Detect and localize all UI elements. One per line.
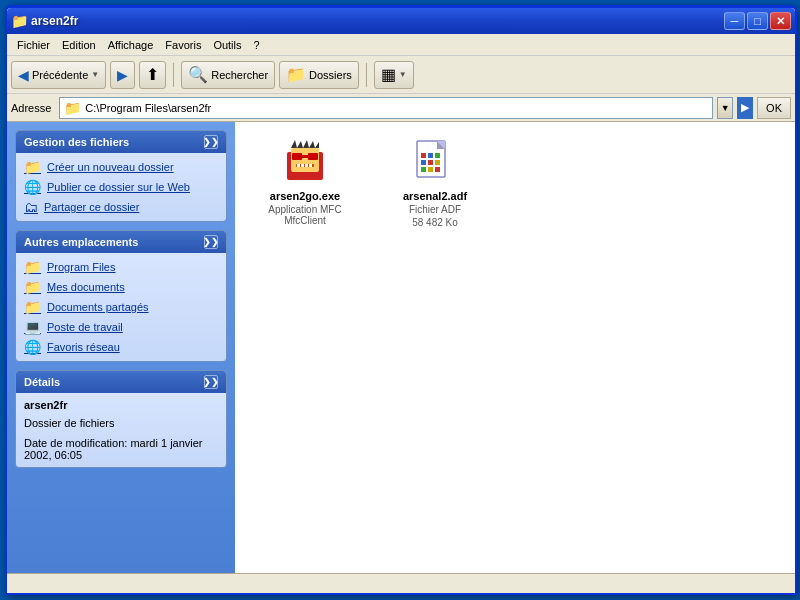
- file-area: arsen2go.exe Application MFC MfcClient: [235, 122, 795, 573]
- svg-marker-14: [315, 142, 319, 148]
- details-date: Date de modification: mardi 1 janvier 20…: [24, 437, 218, 461]
- address-input[interactable]: [85, 102, 708, 114]
- address-folder-icon: 📁: [64, 100, 81, 116]
- arsenal2-filename: arsenal2.adf: [403, 190, 467, 202]
- svg-marker-10: [291, 140, 297, 148]
- autres-title: Autres emplacements: [24, 236, 138, 248]
- svg-rect-21: [421, 160, 426, 165]
- menu-outils[interactable]: Outils: [207, 37, 247, 53]
- svg-rect-4: [302, 155, 308, 158]
- mes-documents-label: Mes documents: [47, 281, 125, 293]
- arsenal2-icon: [411, 138, 459, 186]
- documents-partages-icon: 📁: [24, 299, 41, 315]
- gestion-collapse-button[interactable]: ❯❯: [204, 135, 218, 149]
- address-go-button[interactable]: ▶: [737, 97, 753, 119]
- window-title: arsen2fr: [31, 14, 720, 28]
- menu-fichier[interactable]: Fichier: [11, 37, 56, 53]
- toolbar-separator-1: [173, 63, 174, 87]
- autres-body: 📁 Program Files 📁 Mes documents 📁 Docume…: [16, 253, 226, 361]
- publish-web-icon: 🌐: [24, 179, 41, 195]
- details-title: Détails: [24, 376, 60, 388]
- poste-travail-link[interactable]: 💻 Poste de travail: [24, 319, 218, 335]
- search-icon: 🔍: [188, 65, 208, 84]
- forward-button[interactable]: ▶: [110, 61, 135, 89]
- svg-rect-20: [435, 153, 440, 158]
- gestion-body: 📁 Créer un nouveau dossier 🌐 Publier ce …: [16, 153, 226, 221]
- svg-rect-26: [435, 167, 440, 172]
- address-dropdown[interactable]: ▼: [717, 97, 733, 119]
- file-item-arsenal2[interactable]: arsenal2.adf Fichier ADF 58 482 Ko: [375, 132, 495, 234]
- autres-collapse-button[interactable]: ❯❯: [204, 235, 218, 249]
- toolbar-separator-2: [366, 63, 367, 87]
- svg-marker-12: [303, 140, 309, 148]
- share-folder-link[interactable]: 🗂 Partager ce dossier: [24, 199, 218, 215]
- minimize-button[interactable]: ─: [724, 12, 745, 30]
- details-section: Détails ❯❯ arsen2fr Dossier de fichiers …: [15, 370, 227, 468]
- arsenal2-description: Fichier ADF: [409, 204, 461, 215]
- autres-section: Autres emplacements ❯❯ 📁 Program Files 📁…: [15, 230, 227, 362]
- maximize-button[interactable]: □: [747, 12, 768, 30]
- search-button[interactable]: 🔍 Rechercher: [181, 61, 275, 89]
- details-collapse-button[interactable]: ❯❯: [204, 375, 218, 389]
- gestion-header: Gestion des fichiers ❯❯: [16, 131, 226, 153]
- gestion-section: Gestion des fichiers ❯❯ 📁 Créer un nouve…: [15, 130, 227, 222]
- details-name: arsen2fr: [24, 399, 218, 411]
- search-label: Rechercher: [211, 69, 268, 81]
- publish-web-label: Publier ce dossier sur le Web: [47, 181, 190, 193]
- svg-marker-11: [297, 141, 303, 148]
- main-window: 📁 arsen2fr ─ □ ✕ Fichier Edition Afficha…: [5, 5, 797, 595]
- arsen2go-icon: [281, 138, 329, 186]
- arsen2go-description: Application MFC MfcClient: [251, 204, 359, 226]
- svg-rect-7: [301, 164, 304, 167]
- toolbar: ◀ Précédente ▼ ▶ ⬆ 🔍 Rechercher 📁 Dossie…: [7, 56, 795, 94]
- svg-rect-24: [421, 167, 426, 172]
- menu-favoris[interactable]: Favoris: [159, 37, 207, 53]
- svg-marker-13: [309, 141, 315, 148]
- create-folder-label: Créer un nouveau dossier: [47, 161, 174, 173]
- svg-rect-6: [297, 164, 300, 167]
- forward-arrow-icon: ▶: [117, 67, 128, 83]
- menu-affichage[interactable]: Affichage: [102, 37, 160, 53]
- publish-web-link[interactable]: 🌐 Publier ce dossier sur le Web: [24, 179, 218, 195]
- main-content: Gestion des fichiers ❯❯ 📁 Créer un nouve…: [7, 122, 795, 573]
- program-files-link[interactable]: 📁 Program Files: [24, 259, 218, 275]
- folders-button[interactable]: 📁 Dossiers: [279, 61, 359, 89]
- window-icon: 📁: [11, 13, 27, 29]
- address-ok-button[interactable]: OK: [757, 97, 791, 119]
- share-folder-icon: 🗂: [24, 199, 38, 215]
- favoris-reseau-link[interactable]: 🌐 Favoris réseau: [24, 339, 218, 355]
- documents-partages-link[interactable]: 📁 Documents partagés: [24, 299, 218, 315]
- view-dropdown-icon: ▼: [399, 70, 407, 79]
- close-button[interactable]: ✕: [770, 12, 791, 30]
- menu-aide[interactable]: ?: [248, 37, 266, 53]
- up-button[interactable]: ⬆: [139, 61, 166, 89]
- menu-edition[interactable]: Edition: [56, 37, 102, 53]
- back-button[interactable]: ◀ Précédente ▼: [11, 61, 106, 89]
- autres-header: Autres emplacements ❯❯: [16, 231, 226, 253]
- gestion-title: Gestion des fichiers: [24, 136, 129, 148]
- folders-icon: 📁: [286, 65, 306, 84]
- view-button[interactable]: ▦ ▼: [374, 61, 414, 89]
- mes-documents-link[interactable]: 📁 Mes documents: [24, 279, 218, 295]
- file-item-arsen2go[interactable]: arsen2go.exe Application MFC MfcClient: [245, 132, 365, 234]
- view-icon: ▦: [381, 65, 396, 84]
- create-folder-link[interactable]: 📁 Créer un nouveau dossier: [24, 159, 218, 175]
- documents-partages-label: Documents partagés: [47, 301, 149, 313]
- svg-rect-8: [305, 164, 308, 167]
- svg-rect-25: [428, 167, 433, 172]
- svg-rect-19: [428, 153, 433, 158]
- share-folder-label: Partager ce dossier: [44, 201, 139, 213]
- back-arrow-icon: ◀: [18, 67, 29, 83]
- addressbar: Adresse 📁 ▼ ▶ OK: [7, 94, 795, 122]
- program-files-icon: 📁: [24, 259, 41, 275]
- svg-rect-18: [421, 153, 426, 158]
- statusbar: [7, 573, 795, 593]
- poste-travail-label: Poste de travail: [47, 321, 123, 333]
- favoris-reseau-label: Favoris réseau: [47, 341, 120, 353]
- left-panel: Gestion des fichiers ❯❯ 📁 Créer un nouve…: [7, 122, 235, 573]
- favoris-reseau-icon: 🌐: [24, 339, 41, 355]
- titlebar: 📁 arsen2fr ─ □ ✕: [7, 8, 795, 34]
- details-header: Détails ❯❯: [16, 371, 226, 393]
- svg-rect-22: [428, 160, 433, 165]
- address-field-wrapper: 📁: [59, 97, 713, 119]
